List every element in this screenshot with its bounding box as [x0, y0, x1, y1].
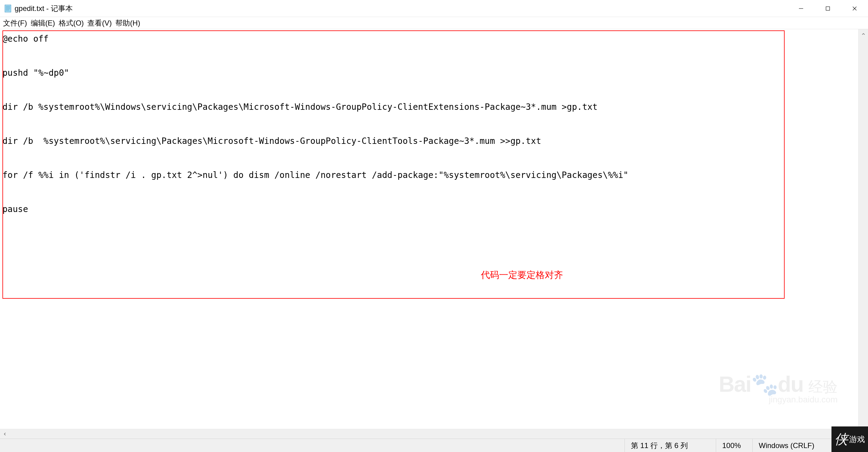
- scrollbar-up-icon[interactable]: [859, 29, 868, 39]
- menu-file[interactable]: 文件(F): [1, 17, 29, 29]
- statusbar-encoding: UTF-8: [832, 439, 868, 452]
- menu-view[interactable]: 查看(V): [86, 17, 114, 29]
- titlebar: gpedit.txt - 记事本: [0, 0, 868, 17]
- scrollbar-left-icon[interactable]: [0, 429, 10, 439]
- svg-rect-0: [5, 5, 11, 12]
- window-title: gpedit.txt - 记事本: [14, 4, 73, 13]
- titlebar-left: gpedit.txt - 记事本: [0, 4, 73, 13]
- notepad-icon: [4, 4, 12, 13]
- statusbar-lineending: Windows (CRLF): [752, 439, 832, 452]
- statusbar-zoom: 100%: [716, 439, 752, 452]
- editor-content[interactable]: @echo off pushd "%~dp0" dir /b %systemro…: [0, 29, 858, 429]
- minimize-button[interactable]: [788, 0, 814, 17]
- scrollbar-right-icon[interactable]: [858, 429, 868, 439]
- menubar: 文件(F) 编辑(E) 格式(O) 查看(V) 帮助(H): [0, 17, 868, 29]
- window-controls: [788, 0, 868, 17]
- menu-help[interactable]: 帮助(H): [114, 17, 142, 29]
- statusbar: 第 11 行，第 6 列 100% Windows (CRLF) UTF-8: [0, 439, 868, 452]
- close-button[interactable]: [841, 0, 868, 17]
- menu-format[interactable]: 格式(O): [57, 17, 86, 29]
- horizontal-scrollbar[interactable]: [0, 429, 868, 439]
- editor-area: @echo off pushd "%~dp0" dir /b %systemro…: [0, 29, 868, 429]
- menu-edit[interactable]: 编辑(E): [29, 17, 57, 29]
- statusbar-position: 第 11 行，第 6 列: [624, 439, 716, 452]
- vertical-scrollbar[interactable]: [858, 29, 868, 429]
- maximize-button[interactable]: [814, 0, 841, 17]
- svg-rect-6: [826, 7, 830, 10]
